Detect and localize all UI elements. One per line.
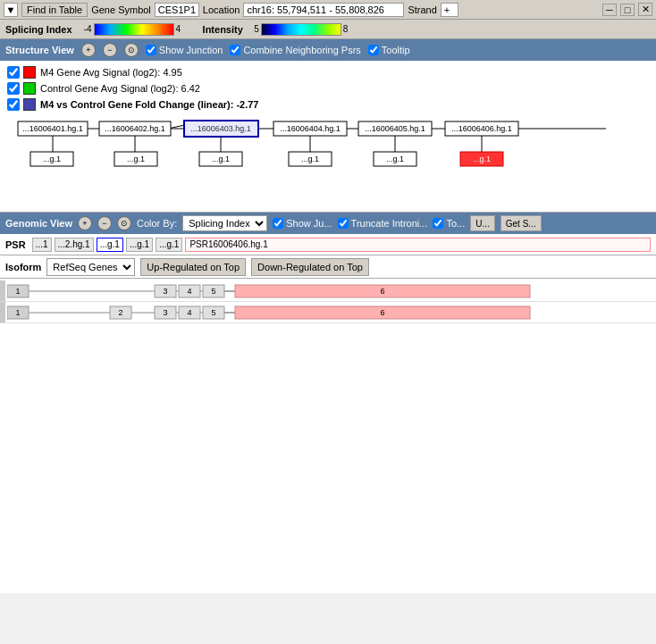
strand-label: Strand	[408, 4, 436, 15]
isoform-row-1-sidebar	[0, 280, 5, 301]
svg-text:2: 2	[118, 308, 122, 317]
psr-tag-1[interactable]: ...1	[32, 238, 52, 252]
svg-text:4: 4	[187, 308, 191, 317]
intensity-gradient	[261, 23, 341, 36]
structure-view-content: M4 Gene Avg Signal (log2): 4.95 Control …	[0, 61, 656, 213]
minimize-button[interactable]: ─	[602, 4, 617, 16]
signal-row-m4: M4 Gene Avg Signal (log2): 4.95	[7, 66, 649, 79]
maximize-button[interactable]: □	[620, 4, 635, 16]
splicing-min: -4	[78, 24, 92, 34]
find-in-table-button[interactable]: Find in Table	[21, 3, 88, 17]
psr-tag-5[interactable]: ...g.1	[156, 238, 182, 252]
dropdown-arrow[interactable]: ▼	[4, 3, 18, 17]
svg-text:...16006403.hg.1: ...16006403.hg.1	[190, 124, 251, 133]
svg-text:...16006405.hg.1: ...16006405.hg.1	[365, 124, 425, 133]
svg-text:...g.1: ...g.1	[127, 155, 145, 163]
svg-text:...16006404.hg.1: ...16006404.hg.1	[280, 124, 341, 133]
splicing-max: 4	[176, 24, 189, 34]
svg-text:...16006401.hg.1: ...16006401.hg.1	[22, 124, 83, 133]
gene-symbol-input[interactable]	[155, 3, 199, 17]
truncate-label: Truncate Introni...	[351, 218, 428, 229]
svg-text:4: 4	[187, 287, 191, 296]
signal-fold-text: M4 vs Control Gene Fold Change (linear):…	[40, 99, 258, 110]
psr-tag-4[interactable]: ...g.1	[126, 238, 153, 252]
gene-symbol-label: Gene Symbol	[91, 4, 151, 15]
svg-text:1: 1	[15, 308, 20, 317]
intensity-min: 5	[248, 24, 259, 34]
combine-psrs-checkbox[interactable]: Combine Neighboring Psrs	[230, 45, 360, 55]
psr-tag-3[interactable]: ...g.1	[97, 238, 123, 252]
zoom-out-icon[interactable]: −	[103, 43, 117, 57]
show-junction-genomic-checkbox[interactable]: Show Ju...	[273, 218, 332, 229]
genomic-view-title: Genomic View	[5, 218, 72, 229]
splicing-index-label: Splicing Index	[5, 24, 72, 35]
structure-view-toolbar: Structure View + − ⊙ Show Junction Combi…	[0, 39, 656, 61]
signal-fold-color	[23, 98, 36, 111]
structure-view-title: Structure View	[5, 45, 74, 55]
intensity-label: Intensity	[203, 24, 243, 35]
psr-name-display: PSR16006406.hg.1	[185, 238, 651, 252]
tooltip-checkbox[interactable]: Tooltip	[368, 45, 410, 55]
splicing-gradient	[94, 23, 174, 36]
isoform-track-container: 1 3 4 5 6	[0, 279, 656, 325]
psr-tag-2[interactable]: ...2.hg.1	[55, 238, 94, 252]
signal-control-color	[23, 82, 36, 95]
svg-text:...g.1: ...g.1	[212, 155, 230, 163]
svg-text:5: 5	[211, 308, 215, 317]
signal-control-checkbox[interactable]	[7, 82, 20, 95]
svg-text:...g.1: ...g.1	[386, 155, 404, 163]
svg-text:...g.1: ...g.1	[301, 155, 319, 163]
gene-viz-svg: ...16006401.hg.1 ...16006402.hg.1 ...160…	[7, 118, 633, 179]
svg-text:1: 1	[15, 287, 20, 296]
isoform-row-2-sidebar	[0, 302, 5, 322]
up-regulated-button[interactable]: Up-Regulated on Top	[140, 258, 246, 276]
color-by-select[interactable]: Splicing Index	[182, 215, 267, 231]
svg-text:3: 3	[163, 287, 167, 296]
genomic-zoom-out-icon[interactable]: −	[97, 216, 112, 230]
gene-viz: ...16006401.hg.1 ...16006402.hg.1 ...160…	[7, 118, 649, 180]
show-junction-checkbox[interactable]: Show Junction	[146, 45, 223, 55]
zoom-in-icon[interactable]: +	[81, 43, 96, 57]
signal-fold-checkbox[interactable]	[7, 98, 20, 111]
get-s-button[interactable]: Get S...	[500, 215, 542, 231]
isoform-label: Isoform	[5, 262, 41, 272]
isoform-row-1: 1 3 4 5 6	[0, 280, 656, 302]
remaining-area	[0, 325, 656, 593]
genomic-fit-icon[interactable]: ⊙	[117, 216, 131, 230]
signal-row-control: Control Gene Avg Signal (log2): 6.42	[7, 82, 649, 95]
signal-m4-checkbox[interactable]	[7, 66, 20, 79]
down-regulated-button[interactable]: Down-Regulated on Top	[251, 258, 369, 276]
isoform-track-1-svg: 1 3 4 5 6	[7, 282, 633, 300]
genomic-zoom-in-icon[interactable]: +	[78, 216, 92, 230]
svg-text:6: 6	[380, 287, 384, 296]
isoform-toolbar: Isoform RefSeq Genes Up-Regulated on Top…	[0, 255, 656, 279]
svg-text:...16006402.hg.1: ...16006402.hg.1	[105, 124, 165, 133]
isoform-select[interactable]: RefSeq Genes	[46, 258, 135, 276]
to-label: To...	[446, 218, 465, 229]
location-input[interactable]	[243, 3, 404, 17]
signal-row-fold: M4 vs Control Gene Fold Change (linear):…	[7, 98, 649, 111]
svg-text:3: 3	[163, 308, 167, 317]
psr-section: PSR ...1 ...2.hg.1 ...g.1 ...g.1 ...g.1 …	[0, 234, 656, 255]
fit-icon[interactable]: ⊙	[124, 43, 139, 57]
genomic-view-toolbar: Genomic View + − ⊙ Color By: Splicing In…	[0, 213, 656, 234]
color-by-label: Color By:	[137, 218, 177, 229]
splicing-intensity-bar: Splicing Index -4 4 Intensity 5 8	[0, 20, 656, 39]
isoform-row-2: 1 2 3 4 5 6	[0, 302, 656, 323]
close-button[interactable]: ✕	[638, 3, 652, 16]
show-junction-genomic-label: Show Ju...	[286, 218, 332, 229]
svg-text:...g.1: ...g.1	[43, 155, 61, 163]
svg-text:...16006406.hg.1: ...16006406.hg.1	[451, 124, 512, 133]
signal-control-text: Control Gene Avg Signal (log2): 6.42	[40, 83, 200, 94]
strand-input[interactable]	[441, 3, 458, 17]
isoform-track-2-svg: 1 2 3 4 5 6	[7, 304, 633, 322]
svg-text:5: 5	[211, 287, 215, 296]
signal-m4-color	[23, 66, 36, 79]
truncate-checkbox[interactable]: Truncate Introni...	[338, 218, 428, 229]
u-button[interactable]: U...	[470, 215, 495, 231]
top-toolbar: ▼ Find in Table Gene Symbol Location Str…	[0, 0, 656, 20]
psr-label: PSR	[5, 239, 26, 250]
signal-m4-text: M4 Gene Avg Signal (log2): 4.95	[40, 67, 182, 78]
to-checkbox[interactable]: To...	[433, 218, 465, 229]
location-label: Location	[203, 4, 240, 15]
